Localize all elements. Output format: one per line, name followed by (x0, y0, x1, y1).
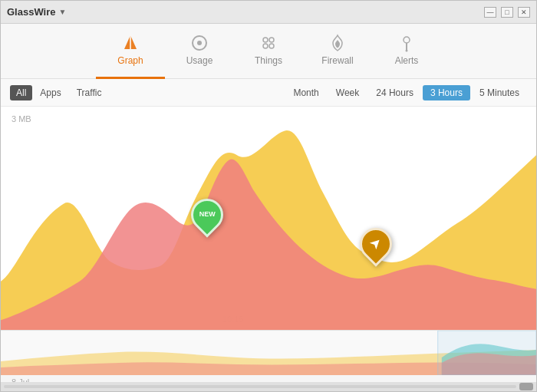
tab-usage[interactable]: Usage (165, 24, 234, 79)
app-title: GlassWire (7, 6, 55, 18)
graph-icon (121, 34, 140, 52)
tab-alerts[interactable]: Alerts (372, 24, 441, 79)
marker-app[interactable] (360, 228, 392, 260)
filter-apps-button[interactable]: Apps (32, 85, 68, 100)
scrollbar-thumb[interactable] (519, 383, 533, 390)
svg-point-7 (269, 44, 274, 48)
overview-bar: 8 Jul (1, 330, 536, 391)
time-month-button[interactable]: Month (285, 85, 326, 100)
tab-firewall[interactable]: Firewall (303, 24, 372, 79)
titlebar-left: GlassWire ▼ (7, 6, 66, 18)
svg-point-4 (263, 38, 268, 42)
marker-new[interactable]: NEW (191, 199, 223, 231)
filter-traffic-button[interactable]: Traffic (69, 85, 110, 100)
nav-tabs: Graph Usage Things Firewall (1, 24, 536, 79)
titlebar: GlassWire ▼ — □ ✕ (1, 1, 536, 24)
chart-svg (1, 107, 536, 330)
time-week-button[interactable]: Week (328, 85, 367, 100)
scrollbar[interactable] (1, 382, 536, 391)
alerts-icon (397, 34, 416, 52)
window-controls: — □ ✕ (484, 7, 530, 18)
marker-pin-new: NEW (184, 192, 229, 237)
dropdown-icon[interactable]: ▼ (58, 8, 66, 16)
filter-all-button[interactable]: All (10, 85, 32, 100)
tab-firewall-label: Firewall (321, 55, 353, 66)
filter-right: Month Week 24 Hours 3 Hours 5 Minutes (285, 85, 527, 100)
marker-app-label (369, 236, 383, 252)
svg-point-10 (406, 50, 408, 52)
filter-left: All Apps Traffic (10, 85, 285, 100)
svg-point-8 (404, 37, 410, 43)
things-icon (259, 34, 278, 52)
usage-icon (190, 34, 209, 52)
chart-area: 3 MB 10:15 NEW (1, 107, 536, 330)
filter-bar: All Apps Traffic Month Week 24 Hours 3 H… (1, 79, 536, 107)
tab-alerts-label: Alerts (395, 55, 419, 66)
tab-graph-label: Graph (117, 55, 143, 66)
svg-point-5 (269, 38, 274, 42)
tab-graph[interactable]: Graph (96, 24, 165, 79)
tab-things[interactable]: Things (234, 24, 303, 79)
maximize-button[interactable]: □ (501, 7, 513, 18)
marker-new-label: NEW (199, 211, 215, 219)
time-5minutes-button[interactable]: 5 Minutes (472, 85, 527, 100)
firewall-icon (328, 34, 347, 52)
marker-pin-app (353, 221, 398, 266)
tab-things-label: Things (255, 55, 282, 66)
app-window: GlassWire ▼ — □ ✕ Graph Usage (0, 0, 537, 392)
close-button[interactable]: ✕ (518, 7, 530, 18)
svg-marker-11 (370, 236, 383, 249)
minimize-button[interactable]: — (484, 7, 496, 18)
svg-point-3 (197, 41, 202, 45)
time-3hours-button[interactable]: 3 Hours (423, 85, 470, 100)
tab-usage-label: Usage (186, 55, 213, 66)
svg-rect-13 (438, 331, 536, 375)
time-24hours-button[interactable]: 24 Hours (368, 85, 421, 100)
overview-svg (1, 331, 536, 375)
svg-point-6 (263, 44, 268, 48)
